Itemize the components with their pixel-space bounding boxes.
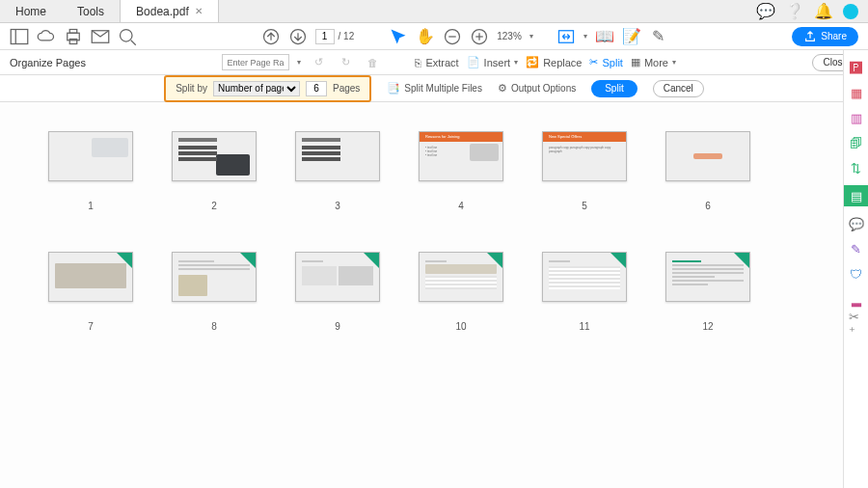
svg-point-6: [121, 29, 133, 41]
rail-more-tools-icon[interactable]: ✂⁺: [849, 316, 864, 332]
split-button[interactable]: Split: [591, 80, 637, 97]
rail-create-pdf-icon[interactable]: 🅿: [849, 60, 864, 75]
split-value-input[interactable]: [306, 81, 327, 96]
rail-comment-icon[interactable]: 💬: [849, 216, 864, 231]
page-thumb[interactable]: 3: [295, 131, 380, 211]
split-tool-button[interactable]: ✂Split: [589, 56, 622, 68]
rail-protect-icon[interactable]: 🛡: [849, 266, 864, 282]
rail-organize-active-icon[interactable]: ▤: [844, 185, 869, 206]
split-multiple-button[interactable]: 📑Split Multiple Files: [387, 82, 482, 95]
help-icon[interactable]: ❔: [785, 2, 804, 21]
pointer-icon[interactable]: [389, 27, 408, 46]
page-current-input[interactable]: [315, 29, 335, 44]
rotate-cw-icon[interactable]: ↻: [336, 53, 355, 72]
split-pages-label: Pages: [333, 83, 360, 94]
svg-line-7: [131, 40, 136, 44]
more-icon: ▦: [631, 56, 640, 68]
insert-label: Insert: [484, 57, 511, 68]
replace-icon: 🔁: [526, 56, 539, 68]
search-icon[interactable]: [118, 27, 137, 46]
page-thumb[interactable]: 10: [419, 252, 503, 332]
rail-fill-sign-icon[interactable]: ✎: [849, 241, 864, 257]
rail-redact-icon[interactable]: ▂: [849, 291, 864, 307]
delete-icon[interactable]: 🗑: [363, 53, 382, 72]
page-number: 2: [211, 201, 217, 211]
fit-dropdown-caret[interactable]: ▾: [583, 32, 587, 41]
rail-export-pdf-icon[interactable]: ▥: [849, 110, 864, 125]
output-options-button[interactable]: ⚙Output Options: [498, 82, 576, 95]
page-thumb[interactable]: Reasons for Joining• text line• text lin…: [419, 131, 503, 211]
page-range-input[interactable]: [222, 54, 289, 70]
page-thumb[interactable]: 12: [665, 252, 750, 332]
read-mode-icon[interactable]: 📖: [595, 27, 614, 46]
page-number: 7: [88, 321, 94, 332]
replace-button[interactable]: 🔁Replace: [526, 56, 582, 68]
page-number: 8: [211, 321, 217, 332]
avatar[interactable]: [843, 4, 858, 19]
tab-document-label: Bodea.pdf: [136, 5, 189, 18]
page-number: 9: [335, 321, 340, 332]
replace-label: Replace: [543, 57, 582, 68]
extract-button[interactable]: ⎘Extract: [415, 57, 458, 68]
hand-icon[interactable]: ✋: [416, 27, 435, 46]
chat-icon[interactable]: 💬: [756, 2, 775, 21]
insert-button[interactable]: 📄Insert▾: [467, 56, 519, 68]
rotate-ccw-icon[interactable]: ↺: [309, 53, 328, 72]
page-thumb[interactable]: 7: [48, 252, 133, 332]
organize-title: Organize Pages: [10, 57, 86, 68]
bell-icon[interactable]: 🔔: [814, 2, 833, 21]
zoom-in-icon[interactable]: [470, 27, 489, 46]
page-thumb[interactable]: 8: [172, 252, 257, 332]
split-method-select[interactable]: Number of pages: [213, 81, 300, 96]
thumbnail-grid: 1 2 3 Reasons for Joining• text line• te…: [0, 102, 843, 488]
page-number: 10: [455, 321, 466, 332]
tab-home-label: Home: [15, 5, 46, 18]
zoom-dropdown-caret[interactable]: ▾: [529, 32, 533, 41]
multiple-files-icon: 📑: [387, 82, 400, 95]
svg-rect-3: [69, 29, 77, 33]
rail-edit-pdf-icon[interactable]: ▦: [849, 85, 864, 100]
insert-caret: ▾: [514, 58, 518, 67]
page-number: 1: [88, 201, 94, 211]
prev-page-icon[interactable]: [261, 27, 281, 46]
extract-label: Extract: [425, 57, 458, 68]
page-thumb[interactable]: 11: [542, 252, 627, 332]
rail-organize-icon[interactable]: ⇅: [849, 160, 864, 176]
zoom-out-icon[interactable]: [443, 27, 462, 46]
share-label: Share: [821, 31, 847, 41]
annotate-icon[interactable]: 📝: [622, 27, 641, 46]
tab-document[interactable]: Bodea.pdf ✕: [120, 0, 219, 22]
output-options-label: Output Options: [511, 83, 576, 94]
cloud-icon[interactable]: [37, 27, 56, 46]
page-number: 5: [582, 201, 587, 211]
mail-icon[interactable]: [91, 27, 110, 46]
cancel-button[interactable]: Cancel: [653, 80, 704, 97]
sign-icon[interactable]: ✎: [649, 27, 668, 46]
gear-icon: ⚙: [498, 82, 507, 95]
svg-rect-0: [11, 29, 28, 43]
split-multiple-label: Split Multiple Files: [404, 83, 482, 94]
share-button[interactable]: Share: [792, 27, 858, 46]
print-icon[interactable]: [64, 27, 83, 46]
rail-combine-icon[interactable]: 🗐: [849, 135, 864, 150]
fit-width-icon[interactable]: [556, 27, 576, 46]
page-range-caret[interactable]: ▾: [297, 58, 301, 67]
more-button[interactable]: ▦More▾: [631, 56, 676, 68]
page-thumb[interactable]: 2: [172, 131, 257, 211]
page-number: 4: [458, 201, 464, 211]
organize-toolbar: Organize Pages ▾ ↺ ↻ 🗑 ⎘Extract 📄Insert▾…: [0, 50, 868, 75]
split-tool-label: Split: [602, 57, 622, 68]
page-thumb[interactable]: New Special Offersparagraph copy paragra…: [542, 131, 627, 211]
page-thumb[interactable]: 1: [48, 131, 133, 211]
tab-tools-label: Tools: [77, 5, 104, 18]
page-number: 12: [702, 321, 713, 332]
next-page-icon[interactable]: [288, 27, 308, 46]
page-thumb[interactable]: 6: [665, 131, 750, 211]
tab-tools[interactable]: Tools: [62, 0, 120, 22]
tab-home[interactable]: Home: [0, 0, 62, 22]
close-tab-icon[interactable]: ✕: [195, 6, 203, 16]
zoom-label: 123%: [497, 31, 522, 41]
page-thumb[interactable]: 9: [295, 252, 380, 332]
sidebar-toggle-icon[interactable]: [10, 27, 29, 46]
more-caret: ▾: [672, 58, 676, 67]
